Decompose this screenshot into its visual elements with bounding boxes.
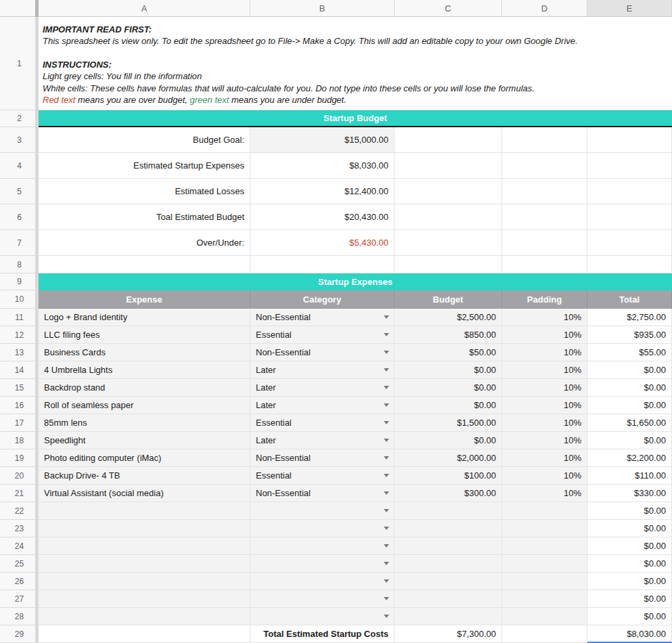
expense-name-cell[interactable] [39, 555, 250, 573]
row-number-9[interactable]: 9 [0, 273, 39, 290]
total-cell[interactable]: $2,200.00 [587, 449, 672, 467]
category-cell[interactable]: Later [250, 397, 395, 414]
category-cell[interactable]: Later [250, 432, 395, 449]
total-cell[interactable]: $0.00 [587, 432, 672, 449]
budget-amount-cell[interactable] [395, 502, 502, 520]
budget-amount-cell[interactable]: $2,000.00 [395, 449, 502, 467]
row-number-21[interactable]: 21 [0, 485, 39, 502]
frozen-pane-divider[interactable] [35, 0, 39, 643]
padding-cell[interactable]: 10% [502, 397, 587, 414]
total-cell[interactable]: $0.00 [587, 608, 672, 625]
row-number-7[interactable]: 7 [0, 230, 39, 256]
dropdown-arrow-icon[interactable] [384, 544, 389, 548]
total-sum-cell[interactable]: $8,030.00 [587, 625, 672, 643]
empty-cell[interactable] [587, 256, 672, 273]
padding-cell[interactable] [502, 502, 587, 520]
total-cell[interactable]: $110.00 [587, 467, 672, 485]
row-number-26[interactable]: 26 [0, 573, 39, 590]
category-cell[interactable]: Non-Essential [250, 344, 395, 361]
budget-amount-cell[interactable] [395, 608, 502, 625]
category-cell[interactable] [250, 573, 395, 590]
row-number-11[interactable]: 11 [0, 309, 39, 326]
padding-cell[interactable] [502, 520, 587, 537]
expense-name-cell[interactable]: Backup Drive- 4 TB [39, 467, 250, 485]
row-number-15[interactable]: 15 [0, 379, 39, 397]
expense-name-cell[interactable] [39, 590, 250, 608]
category-cell[interactable]: Non-Essential [250, 485, 395, 502]
empty-cell[interactable] [587, 230, 672, 256]
expense-name-cell[interactable]: Backdrop stand [39, 379, 250, 397]
expense-name-cell[interactable]: Roll of seamless paper [39, 397, 250, 414]
budget-value-cell[interactable]: $8,030.00 [250, 153, 395, 179]
expense-name-cell[interactable] [39, 573, 250, 590]
budget-amount-cell[interactable]: $0.00 [395, 432, 502, 449]
row-number-3[interactable]: 3 [0, 127, 39, 153]
total-cell[interactable]: $0.00 [587, 520, 672, 537]
startup-expenses-title-cell[interactable]: Startup Expenses [39, 273, 672, 290]
padding-cell[interactable] [502, 573, 587, 590]
total-cell[interactable]: $0.00 [587, 573, 672, 590]
row-number-29[interactable]: 29 [0, 625, 39, 643]
row-number-14[interactable]: 14 [0, 361, 39, 379]
expense-name-cell[interactable] [39, 520, 250, 537]
padding-cell[interactable]: 10% [502, 467, 587, 485]
empty-cell[interactable] [395, 256, 502, 273]
budget-value-cell[interactable]: $15,000.00 [250, 127, 395, 153]
budget-label-cell[interactable]: Toal Estimated Budget [39, 204, 250, 230]
category-cell[interactable] [250, 537, 395, 555]
total-cell[interactable]: $0.00 [587, 502, 672, 520]
padding-cell[interactable]: 10% [502, 432, 587, 449]
padding-cell[interactable]: 10% [502, 449, 587, 467]
dropdown-arrow-icon[interactable] [384, 456, 389, 460]
row-number-8[interactable]: 8 [0, 256, 39, 273]
empty-cell[interactable] [250, 256, 395, 273]
total-cell[interactable]: $0.00 [587, 555, 672, 573]
dropdown-arrow-icon[interactable] [384, 333, 389, 336]
dropdown-arrow-icon[interactable] [384, 579, 389, 583]
row-number-13[interactable]: 13 [0, 344, 39, 361]
budget-amount-cell[interactable]: $850.00 [395, 326, 502, 344]
row-number-10[interactable]: 10 [0, 290, 39, 309]
expense-name-cell[interactable]: Business Cards [39, 344, 250, 361]
instructions-cell[interactable]: IMPORTANT READ FIRST: This spreadsheet i… [39, 17, 672, 110]
empty-cell[interactable] [502, 256, 587, 273]
dropdown-arrow-icon[interactable] [384, 615, 389, 618]
empty-cell[interactable] [395, 127, 502, 153]
dropdown-arrow-icon[interactable] [384, 597, 389, 600]
row-number-27[interactable]: 27 [0, 590, 39, 608]
dropdown-arrow-icon[interactable] [384, 368, 389, 372]
expense-name-cell[interactable] [39, 537, 250, 555]
empty-cell[interactable] [502, 625, 587, 643]
total-cell[interactable]: $0.00 [587, 590, 672, 608]
category-cell[interactable]: Essential [250, 326, 395, 344]
empty-cell[interactable] [502, 230, 587, 256]
total-cell[interactable]: $0.00 [587, 379, 672, 397]
dropdown-arrow-icon[interactable] [384, 315, 389, 319]
category-cell[interactable] [250, 520, 395, 537]
total-cell[interactable]: $330.00 [587, 485, 672, 502]
padding-cell[interactable]: 10% [502, 326, 587, 344]
category-cell[interactable] [250, 590, 395, 608]
budget-label-cell[interactable]: Estimated Startup Expenses [39, 153, 250, 179]
total-cell[interactable]: $55.00 [587, 344, 672, 361]
row-number-19[interactable]: 19 [0, 449, 39, 467]
empty-cell[interactable] [395, 153, 502, 179]
padding-cell[interactable] [502, 590, 587, 608]
empty-cell[interactable] [587, 204, 672, 230]
budget-label-cell[interactable]: Over/Under: [39, 230, 250, 256]
padding-cell[interactable] [502, 608, 587, 625]
total-costs-label-cell[interactable]: Total Estimated Startup Costs [250, 625, 395, 643]
header-expense[interactable]: Expense [39, 290, 250, 309]
category-cell[interactable]: Later [250, 361, 395, 379]
empty-cell[interactable] [587, 179, 672, 204]
row-number-6[interactable]: 6 [0, 204, 39, 230]
budget-amount-cell[interactable]: $100.00 [395, 467, 502, 485]
category-cell[interactable]: Essential [250, 467, 395, 485]
dropdown-arrow-icon[interactable] [384, 509, 389, 512]
category-cell[interactable]: Later [250, 379, 395, 397]
total-budget-cell[interactable]: $7,300.00 [395, 625, 502, 643]
total-cell[interactable]: $0.00 [587, 361, 672, 379]
column-header-c[interactable]: C [395, 0, 502, 17]
row-number-28[interactable]: 28 [0, 608, 39, 625]
row-number-4[interactable]: 4 [0, 153, 39, 179]
